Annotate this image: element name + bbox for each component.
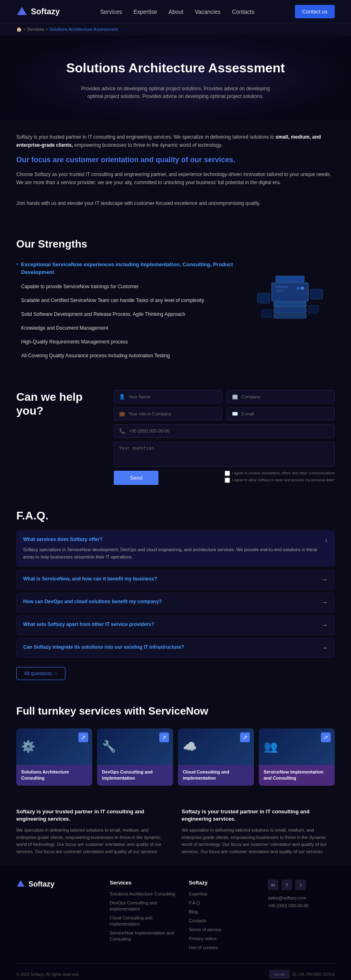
service-arrow-0: ↗: [78, 732, 88, 742]
logo[interactable]: Softazy: [16, 6, 60, 17]
role-input[interactable]: [128, 411, 217, 416]
hero-title: Solutions Architecture Assessment: [32, 60, 318, 77]
trusted-heading-1: Softazy is your trusted partner in IT co…: [16, 808, 169, 823]
breadcrumb-services[interactable]: Services: [27, 27, 44, 32]
nav-contacts[interactable]: Contacts: [232, 9, 254, 15]
person-icon: 👤: [119, 394, 125, 400]
faq-section: F.A.Q. What services does Softazy offer?…: [0, 497, 351, 692]
strengths-list: Exceptional ServiceNow experiences inclu…: [16, 261, 241, 366]
service-card-2[interactable]: ☁️ ↗ Cloud Consulting and implementation: [178, 728, 254, 786]
faq-item-2[interactable]: How can DevOps and cloud solutions benef…: [16, 593, 335, 612]
strength-item-6: All-Covering Quality Assurance process i…: [16, 352, 241, 359]
footer-link-terms[interactable]: Terms of service: [189, 927, 221, 932]
nav-links: Services Expertise About Vacancies Conta…: [100, 9, 254, 15]
faq-question-0: What services does Softazy offer?: [23, 537, 321, 542]
footer-link-cookies[interactable]: Use of cookies: [189, 945, 218, 950]
footer-services-heading: Services: [110, 880, 177, 886]
hero-description: Provides advice on developing optimal pr…: [74, 85, 277, 100]
trusted-col-2: Softazy is your trusted partner in IT co…: [182, 808, 335, 856]
strengths-section: Our Strengths Exceptional ServiceNow exp…: [0, 226, 351, 378]
contact-us-button[interactable]: Contact us: [295, 5, 335, 18]
email-input[interactable]: [241, 411, 329, 416]
faq-question-4: Can Softazy integrate its solutions into…: [23, 644, 317, 650]
svg-point-9: [297, 287, 300, 290]
services-grid: ⚙️ ↗ Solutions Architecture Consulting 🔧…: [16, 728, 335, 786]
service-card-0[interactable]: ⚙️ ↗ Solutions Architecture Consulting: [16, 728, 92, 786]
name-field-wrapper: 👤: [114, 390, 222, 403]
twitter-icon[interactable]: t: [295, 880, 306, 890]
footer-link-privacy[interactable]: Privacy notice: [189, 936, 217, 941]
service-icon-3: 👥: [264, 740, 278, 753]
svg-rect-2: [274, 313, 306, 318]
intro-text-1: Softazy is your trusted partner in IT co…: [16, 133, 335, 150]
nav-expertise[interactable]: Expertise: [133, 9, 157, 15]
phone-input[interactable]: [129, 428, 329, 433]
faq-item-4[interactable]: Can Softazy integrate its solutions into…: [16, 638, 335, 658]
service-card-3[interactable]: 👥 ↗ ServiceNow Implementation and Consul…: [259, 728, 335, 786]
trusted-heading-2: Softazy is your trusted partner in IT co…: [182, 808, 335, 823]
intro-text-3: Join hands with us and elevate your IT l…: [16, 199, 335, 207]
svg-rect-3: [274, 308, 306, 313]
contact-form: 👤 🏢 💼 ✉️ 📞 Send: [114, 390, 335, 485]
nav-vacancies[interactable]: Vacancies: [195, 9, 221, 15]
footer-link-expertise[interactable]: Expertise: [189, 891, 208, 896]
question-textarea[interactable]: [119, 445, 329, 462]
footer-link-faq[interactable]: F.A.Q.: [189, 900, 202, 905]
footer-email[interactable]: sales@softazy.com: [268, 894, 335, 902]
footer-service-link-1[interactable]: DevOps Consulting and implementation: [110, 900, 157, 911]
strength-item-4: Knowledge and Document Management: [16, 324, 241, 332]
nav-about[interactable]: About: [169, 9, 184, 15]
data-processing-checkbox[interactable]: [225, 478, 230, 483]
nav-services[interactable]: Services: [100, 9, 122, 15]
service-icon-2: ☁️: [183, 740, 197, 753]
service-arrow-3: ↗: [321, 732, 331, 742]
faq-arrow-0: ↑: [325, 537, 328, 544]
facebook-icon[interactable]: f: [282, 880, 292, 890]
service-card-1[interactable]: 🔧 ↗ DevOps Consulting and implementation: [97, 728, 173, 786]
breadcrumb-home[interactable]: 🏠: [16, 27, 22, 32]
footer-contact-info: sales@softazy.com +00 (000) 000-00-00: [268, 894, 335, 909]
svg-rect-10: [276, 276, 304, 282]
footer-service-link-3[interactable]: ServiceNow Implementation and Consulting: [110, 930, 174, 941]
faq-item-3[interactable]: What sets Softazy apart from other IT se…: [16, 615, 335, 635]
company-input[interactable]: [241, 394, 329, 399]
footer-link-contacts[interactable]: Contacts: [189, 918, 206, 923]
faq-answer-0: Softazy specializes in ServiceNow develo…: [23, 546, 321, 561]
send-button[interactable]: Send: [114, 471, 158, 485]
footer-logo[interactable]: Softazy: [16, 880, 98, 889]
footer-services-col: Services Solutions Architecture Consulti…: [110, 880, 177, 953]
footer-copyright: © 2023 Softazy. All rights reserved.: [16, 972, 80, 977]
hero-section: Solutions Architecture Assessment Provid…: [0, 35, 351, 121]
trusted-text-2: We specialize in delivering tailored sol…: [182, 827, 335, 855]
footer-service-link-2[interactable]: Cloud Consulting and implementation: [110, 915, 152, 926]
social-links: in f t: [268, 880, 335, 890]
footer-phone: +00 (000) 000-00-00: [268, 902, 335, 910]
contact-section: Can we help you? 👤 🏢 💼 ✉️ 📞: [0, 378, 351, 497]
svg-rect-12: [310, 289, 323, 299]
svg-rect-13: [262, 309, 272, 317]
checkboxes: I agree to receive newsletters, offers a…: [225, 471, 335, 485]
strengths-heading: Our Strengths: [16, 238, 335, 250]
footer-brand: Softazy: [16, 880, 98, 953]
all-questions-button[interactable]: All questions →: [16, 667, 65, 680]
role-icon: 💼: [119, 411, 125, 417]
footer-link-blog[interactable]: Blog: [189, 909, 198, 914]
intro-section: Softazy is your trusted partner in IT co…: [0, 121, 351, 226]
svg-rect-4: [274, 302, 306, 307]
linkedin-icon[interactable]: in: [268, 880, 278, 890]
role-field-wrapper: 💼: [114, 407, 222, 420]
question-field-wrapper: [114, 442, 335, 467]
name-input[interactable]: [128, 394, 217, 399]
svg-rect-5: [272, 283, 308, 301]
contact-heading: Can we help you?: [16, 390, 98, 417]
faq-item-0[interactable]: What services does Softazy offer? Softaz…: [16, 530, 335, 567]
email-icon: ✉️: [232, 411, 238, 417]
faq-arrow-1: →: [321, 576, 328, 583]
faq-item-1[interactable]: What is ServiceNow, and how can it benef…: [16, 570, 335, 589]
faq-arrow-4: →: [321, 644, 328, 652]
newsletter-checkbox[interactable]: [225, 471, 230, 476]
badge-icon: GL.UA: [269, 970, 290, 979]
footer-service-link-0[interactable]: Solutions Architecture Consulting: [110, 891, 175, 896]
faq-question-2: How can DevOps and cloud solutions benef…: [23, 599, 317, 604]
services-heading: Full turnkey services with ServiceNow: [16, 704, 335, 718]
